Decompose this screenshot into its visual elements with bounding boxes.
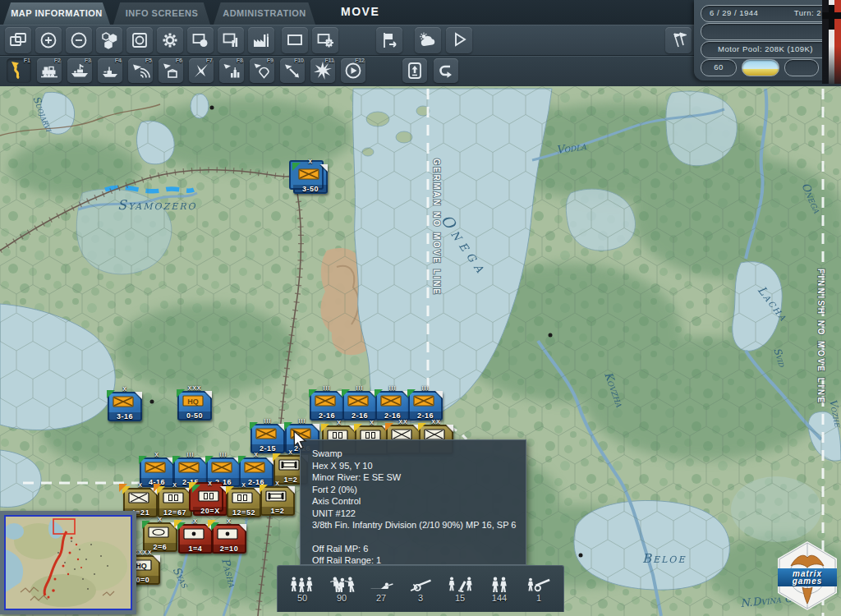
weather-button[interactable] [415,27,441,53]
riflemen-icon [485,576,514,592]
undo-move-button[interactable] [434,58,458,83]
f7-ground-attack-button[interactable]: F7 [189,58,214,83]
map-overlay-button[interactable] [218,27,244,53]
tooltip-control: Axis Control [312,495,526,508]
tab-info-screens[interactable]: INFO SCREENS [113,2,210,25]
unit-counter[interactable]: X1=2 [260,486,295,516]
hexes-icon [99,30,119,50]
minimap[interactable] [0,511,136,614]
circle-play-icon [343,61,363,80]
weather-indicator [742,59,779,76]
tooltip-hex-coords: Hex X 95, Y 10 [312,460,526,472]
counter-fold-icon [312,424,319,431]
minimap-frame [4,515,132,610]
f3-naval-transport-button[interactable]: F3 [67,58,92,83]
counter-fold-icon [435,391,443,398]
window-circle-icon [191,30,210,50]
f8-strategic-bombing-button[interactable]: F8 [219,58,244,83]
unit-type-symbol [244,462,265,473]
unit-type-symbol [113,396,134,407]
window-bars-icon [221,30,241,50]
german-flag [822,0,841,84]
stacking-view-button[interactable] [5,27,31,53]
mouse-cursor [293,430,311,450]
unit-counter[interactable]: X2=6 [143,522,177,552]
hex-info-tooltip: Swamp Hex X 95, Y 10 Minor River: E SE S… [300,439,526,565]
unit-type-symbol [232,492,253,503]
settings-button[interactable] [157,27,183,53]
mode-title: MOVE [341,5,379,18]
stat-machine-gun: 27 [362,576,400,603]
frame-toggle-button[interactable] [282,27,308,53]
window-gear-icon [315,30,335,50]
tab-map-information[interactable]: MAP INFORMATION [3,2,110,25]
unit-counter[interactable]: X3-16 [108,392,142,421]
factory-icon [251,30,271,50]
unit-type-symbol [211,462,232,473]
empty-display-2 [784,59,819,76]
unit-counter[interactable]: III2-16 [310,391,344,421]
unit-type-symbol [217,528,238,540]
game-window: { "tabs": { "map_information": "MAP INFO… [0,0,841,616]
unit-counter[interactable]: X3-50 [293,164,328,194]
f1-move-mode-button[interactable]: F1 [7,58,31,83]
ship-icon [70,61,90,80]
f2-rail-mode-button[interactable]: F2 [37,58,62,83]
f9-airborne-drop-button[interactable]: F9 [250,58,274,83]
hex-overlay-button[interactable] [96,27,122,53]
map-preferences-button[interactable] [312,27,338,53]
unit-counter[interactable]: XXXHQ0-50 [177,391,212,421]
stat-combat-infantry: 90 [323,576,361,603]
tooltip-terrain: Swamp [312,448,526,460]
unit-counter[interactable]: III2-16 [408,391,443,421]
turn-info-panel: 6 / 29 / 1944 Turn: 2 Motor Pool: 208K (… [694,0,841,80]
infantry-squads-icon [287,576,317,592]
entrain-button[interactable] [402,58,427,83]
f10-air-transfer-button[interactable]: F10 [280,58,305,83]
status-marker-icon [174,520,182,528]
f12-auto-air-button[interactable]: F12 [341,58,365,83]
objectives-button[interactable] [376,27,402,53]
f11-bombing-button[interactable]: F11 [310,58,335,83]
victory-flags-button[interactable] [665,27,692,53]
unit-counter[interactable]: X12=52 [227,488,261,517]
tooltip-unit-desc: 3/8th Fin. Infantry Division (2/10 90%) … [312,519,526,531]
double-flag-icon [669,30,688,50]
stat-infantry-squads: 50 [283,576,321,603]
counter-fold-icon [135,392,142,399]
rail-transport-icon [39,61,59,80]
mortar-team-icon [445,576,475,592]
factory-display-button[interactable] [248,27,274,53]
date-turn-display: 6 / 29 / 1944 Turn: 2 [701,5,830,22]
f5-air-recon-button[interactable]: F5 [128,58,153,83]
unit-counter[interactable]: X12=67 [158,488,192,517]
zoom-in-button[interactable] [35,27,62,53]
unit-counter[interactable]: X20=X [193,486,227,516]
label-syamozero: Syamozero [117,197,197,213]
unit-type-symbol [424,429,445,440]
zoom-in-icon [39,30,58,50]
counter-fold-icon [287,486,295,494]
unit-counter[interactable]: III2-16 [342,391,377,421]
artillery-icon [524,576,554,592]
jump-to-hex-button[interactable] [126,27,153,53]
counter-fold-icon [239,524,246,531]
motor-pool-display: Motor Pool: 208K (109K) [701,41,830,58]
unit-type-symbol [163,492,184,503]
counter-display-button[interactable] [187,27,214,53]
unit-type-symbol [128,492,149,503]
counter-fold-icon [320,164,328,172]
label-finnish-no-move-line: FINNISH NO MOVE LINE [816,269,825,405]
f4-amphibious-button[interactable]: F4 [98,58,122,83]
unit-counter[interactable]: X2=10 [212,524,246,554]
zoom-out-button[interactable] [66,27,92,53]
events-button[interactable] [446,27,472,53]
tab-administration[interactable]: ADMINISTRATION [214,2,315,25]
unit-counter[interactable]: X1=4 [178,524,213,554]
unit-type-symbol [255,428,277,439]
matrix-games-logo: matrix games [778,541,837,610]
f6-air-supply-button[interactable]: F6 [159,58,183,83]
unit-counter[interactable]: III2-16 [375,391,410,421]
value-60-display: 60 [701,59,737,76]
empty-display [701,23,830,40]
